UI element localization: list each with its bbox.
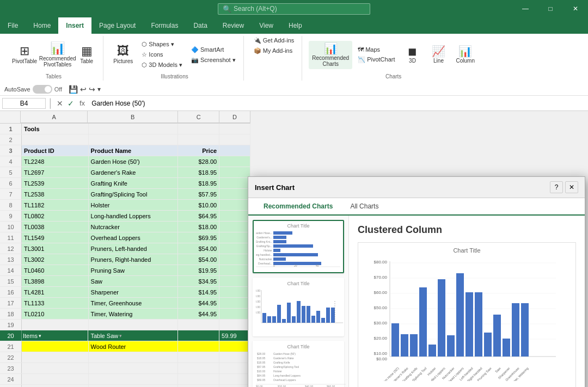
insert-function-icon[interactable]: fx <box>77 99 87 107</box>
table-row[interactable]: 1Tools <box>0 124 250 134</box>
table-row[interactable]: 5TL2697Gardener's Rake$18.95 <box>0 167 250 178</box>
grid-cell[interactable]: TL2248 <box>22 156 89 167</box>
column-button[interactable]: 📊 Column <box>453 44 478 66</box>
grid-cell[interactable]: Long-handled Loppers <box>89 211 179 221</box>
grid-cell[interactable]: Wood Router <box>89 341 179 352</box>
grid-cell[interactable] <box>178 134 219 145</box>
grid-cell[interactable]: Pruning Saw <box>89 265 179 275</box>
tab-file[interactable]: File <box>0 17 26 34</box>
table-row[interactable]: 25 <box>0 385 250 387</box>
grid-cell[interactable]: Grafting Knife <box>89 178 179 188</box>
grid-cell[interactable] <box>219 385 250 387</box>
chart-thumb-clustered-bar[interactable]: Chart Title Garden Hose... Gardener's...… <box>253 220 344 273</box>
grid-cell[interactable]: TL3002 <box>22 254 89 265</box>
grid-cell[interactable] <box>178 320 219 330</box>
grid-cell[interactable] <box>22 374 89 384</box>
grid-cell[interactable] <box>178 363 219 373</box>
grid-cell[interactable]: Nutcracker <box>89 222 179 232</box>
grid-cell[interactable] <box>219 222 250 232</box>
grid-cell[interactable]: TL2538 <box>22 189 89 199</box>
pivot-table-button[interactable]: ⊞ PivotTable <box>9 43 40 66</box>
minimize-button[interactable]: — <box>513 0 538 17</box>
grid-cell[interactable]: Holster <box>89 200 179 210</box>
search-bar[interactable]: 🔍 <box>218 3 370 15</box>
dialog-help-button[interactable]: ? <box>550 181 563 193</box>
grid-cell[interactable] <box>178 352 219 363</box>
grid-cell[interactable]: Pruners, Left-handed <box>89 243 179 254</box>
grid-cell[interactable] <box>89 363 179 373</box>
grid-cell[interactable] <box>219 341 250 352</box>
table-row[interactable]: 17TL1133Timer, Greenhouse$44.95 <box>0 298 250 309</box>
grid-cell[interactable]: TL1549 <box>22 232 89 243</box>
line-button[interactable]: 📈 Line <box>427 44 451 66</box>
grid-cell[interactable]: TL3898 <box>22 276 89 286</box>
grid-cell[interactable]: TL0038 <box>22 222 89 232</box>
grid-cell[interactable] <box>219 298 250 308</box>
grid-cell[interactable]: TL0210 <box>22 309 89 319</box>
pivot-chart-button[interactable]: 📉 PivotChart <box>354 55 398 64</box>
grid-cell[interactable] <box>219 276 250 286</box>
grid-cell[interactable] <box>178 124 219 134</box>
table-row[interactable]: 16TL4281Sharpener$14.95 <box>0 287 250 298</box>
grid-cell[interactable] <box>89 134 179 145</box>
grid-cell[interactable] <box>22 134 89 145</box>
grid-cell[interactable]: Price <box>178 145 219 156</box>
table-row[interactable]: 20Items ▾Table Saw ▾59.99 <box>0 330 250 341</box>
tab-view[interactable]: View <box>252 17 281 34</box>
grid-cell[interactable]: Sharpener <box>89 287 179 297</box>
tab-insert[interactable]: Insert <box>58 17 91 34</box>
get-addins-button[interactable]: 🔌 Get Add-ins <box>250 36 298 45</box>
grid-cell[interactable]: $34.95 <box>178 276 219 286</box>
grid-cell[interactable] <box>219 200 250 210</box>
grid-cell[interactable] <box>89 385 179 387</box>
grid-cell[interactable] <box>219 309 250 319</box>
col-header-d[interactable]: D <box>219 111 250 123</box>
grid-cell[interactable] <box>219 167 250 177</box>
table-row[interactable]: 22 <box>0 352 250 363</box>
smartart-button[interactable]: 🔷 SmartArt <box>188 45 239 54</box>
table-row[interactable]: 11TL1549Overhead Loppers$69.95 <box>0 232 250 243</box>
grid-cell[interactable]: $54.00 <box>178 254 219 265</box>
col-header-b[interactable]: B <box>88 111 178 123</box>
3d-models-button[interactable]: ⬡ 3D Models ▾ <box>138 60 186 70</box>
dialog-close-button[interactable]: ✕ <box>565 181 578 193</box>
table-button[interactable]: ▦ Table <box>75 43 99 66</box>
grid-cell[interactable]: Items ▾ <box>22 330 88 341</box>
grid-cell[interactable]: TL0460 <box>22 265 89 275</box>
grid-cell[interactable] <box>178 330 219 341</box>
formula-input[interactable] <box>89 99 586 108</box>
grid-cell[interactable] <box>22 352 89 363</box>
screenshot-button[interactable]: 📷 Screenshot ▾ <box>188 56 239 65</box>
grid-cell[interactable] <box>219 287 250 297</box>
grid-cell[interactable]: Overhead Loppers <box>89 232 179 243</box>
table-row[interactable]: 9TL0802Long-handled Loppers$64.95 <box>0 211 250 222</box>
grid-cell[interactable]: Product Name <box>89 145 179 156</box>
table-row[interactable]: 10TL0038Nutcracker$18.00 <box>0 222 250 232</box>
table-row[interactable]: 19 <box>0 320 250 330</box>
grid-cell[interactable]: TL3001 <box>22 243 89 254</box>
chart-thumb-column[interactable]: Chart Title $90.00 $70.00 $50.00 $30.00 … <box>253 278 344 336</box>
shapes-button[interactable]: ⬡ Shapes ▾ <box>138 40 186 49</box>
table-row[interactable]: 4TL2248Garden Hose (50')$28.00 <box>0 156 250 167</box>
table-row[interactable]: 21Wood Router <box>0 341 250 352</box>
table-row[interactable]: 15TL3898Saw$34.95 <box>0 276 250 287</box>
close-button[interactable]: ✕ <box>563 0 588 17</box>
table-row[interactable]: 13TL3002Pruners, Right-handed$54.00 <box>0 254 250 265</box>
grid-cell[interactable] <box>178 385 219 387</box>
grid-cell[interactable]: Garden Hose (50') <box>89 156 179 167</box>
grid-cell[interactable] <box>219 363 250 373</box>
my-addins-button[interactable]: 📦 My Add-ins <box>250 46 296 56</box>
grid-cell[interactable] <box>219 265 250 275</box>
undo-button[interactable]: ↩ <box>80 85 87 94</box>
grid-cell[interactable]: TL0802 <box>22 211 89 221</box>
grid-cell[interactable]: $18.00 <box>178 222 219 232</box>
grid-cell[interactable] <box>178 374 219 384</box>
grid-cell[interactable]: Saw <box>89 276 179 286</box>
save-button[interactable]: 💾 <box>69 85 78 94</box>
grid-cell[interactable] <box>22 341 89 352</box>
grid-cell[interactable]: Table Saw ▾ <box>88 330 178 341</box>
table-row[interactable]: 14TL0460Pruning Saw$19.95 <box>0 265 250 276</box>
grid-cell[interactable]: $54.00 <box>178 243 219 254</box>
grid-cell[interactable] <box>22 385 89 387</box>
dialog-tab-recommended[interactable]: Recommended Charts <box>255 198 341 216</box>
